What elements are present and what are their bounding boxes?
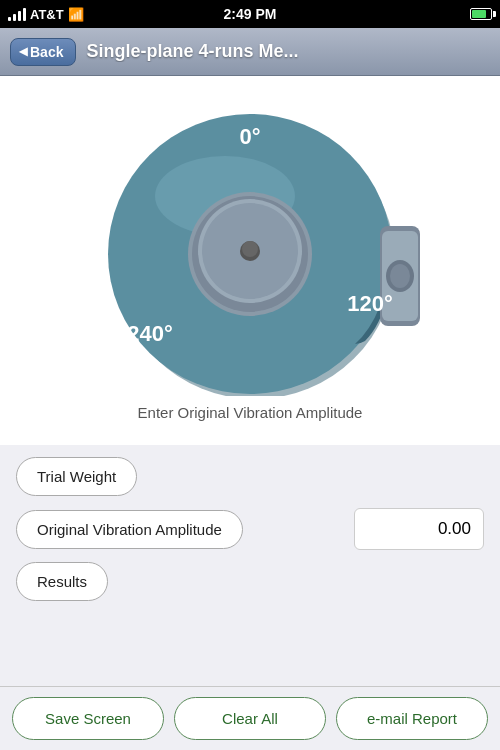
rotor-container: 0° 120° 240° <box>70 96 430 396</box>
save-screen-button[interactable]: Save Screen <box>12 697 164 740</box>
bottom-buttons: Save Screen Clear All e-mail Report <box>0 686 500 750</box>
instruction-label: Enter Original Vibration Amplitude <box>138 396 363 435</box>
angle-0: 0° <box>239 124 260 149</box>
angle-120: 120° <box>347 291 393 316</box>
rotor-area: 0° 120° 240° Enter Original Vibration Am… <box>0 76 500 445</box>
clear-all-button[interactable]: Clear All <box>174 697 326 740</box>
email-report-button[interactable]: e-mail Report <box>336 697 488 740</box>
page-title: Single-plane 4-runs Me... <box>86 41 298 62</box>
carrier-label: AT&T <box>30 7 64 22</box>
vibration-row: Original Vibration Amplitude <box>16 508 484 550</box>
trial-weight-button[interactable]: Trial Weight <box>16 457 137 496</box>
status-time: 2:49 PM <box>224 6 277 22</box>
buttons-section: Trial Weight Original Vibration Amplitud… <box>0 445 500 613</box>
nav-bar: Back Single-plane 4-runs Me... <box>0 28 500 76</box>
svg-point-12 <box>242 241 258 257</box>
rotor-svg: 0° 120° 240° <box>70 96 430 396</box>
wifi-icon: 📶 <box>68 7 84 22</box>
back-button[interactable]: Back <box>10 38 76 66</box>
signal-icon <box>8 7 26 21</box>
status-left: AT&T 📶 <box>8 7 84 22</box>
battery-icon <box>470 8 492 20</box>
original-vibration-button[interactable]: Original Vibration Amplitude <box>16 510 243 549</box>
vibration-input[interactable] <box>354 508 484 550</box>
status-right <box>470 8 492 20</box>
status-bar: AT&T 📶 2:49 PM <box>0 0 500 28</box>
angle-240: 240° <box>127 321 173 346</box>
results-button[interactable]: Results <box>16 562 108 601</box>
svg-point-6 <box>390 264 410 288</box>
battery-fill <box>472 10 486 18</box>
